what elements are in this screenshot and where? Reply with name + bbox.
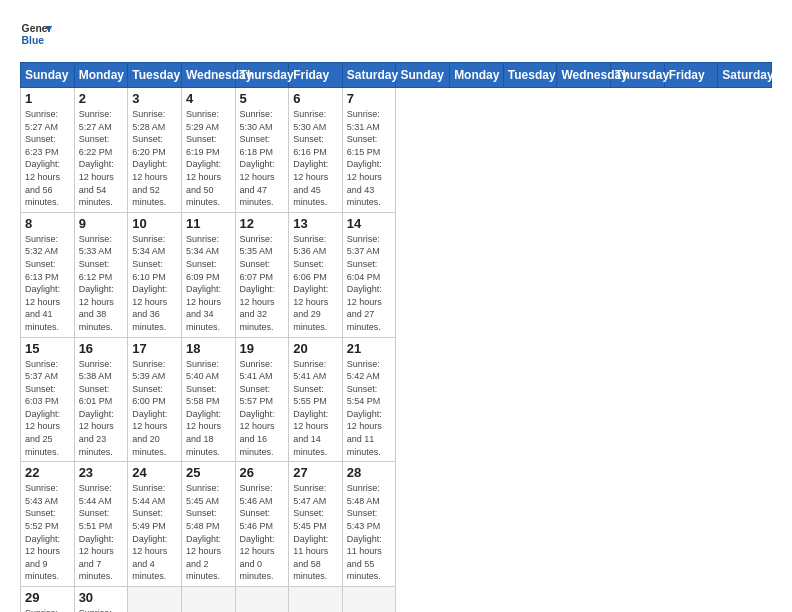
day-cell: 24Sunrise: 5:44 AM Sunset: 5:49 PM Dayli… bbox=[128, 462, 182, 587]
day-number: 23 bbox=[79, 465, 124, 480]
svg-text:Blue: Blue bbox=[22, 35, 45, 46]
day-cell bbox=[289, 587, 343, 613]
day-cell: 3Sunrise: 5:28 AM Sunset: 6:20 PM Daylig… bbox=[128, 88, 182, 213]
day-number: 7 bbox=[347, 91, 392, 106]
day-cell: 14Sunrise: 5:37 AM Sunset: 6:04 PM Dayli… bbox=[342, 212, 396, 337]
day-info: Sunrise: 5:48 AM Sunset: 5:42 PM Dayligh… bbox=[25, 607, 70, 612]
day-number: 16 bbox=[79, 341, 124, 356]
day-info: Sunrise: 5:29 AM Sunset: 6:19 PM Dayligh… bbox=[186, 108, 231, 209]
day-number: 21 bbox=[347, 341, 392, 356]
logo: General Blue bbox=[20, 18, 52, 50]
day-number: 27 bbox=[293, 465, 338, 480]
header-friday: Friday bbox=[289, 63, 343, 88]
day-number: 1 bbox=[25, 91, 70, 106]
day-cell bbox=[235, 587, 289, 613]
day-number: 14 bbox=[347, 216, 392, 231]
day-info: Sunrise: 5:35 AM Sunset: 6:07 PM Dayligh… bbox=[240, 233, 285, 334]
day-info: Sunrise: 5:27 AM Sunset: 6:22 PM Dayligh… bbox=[79, 108, 124, 209]
week-row-4: 29Sunrise: 5:48 AM Sunset: 5:42 PM Dayli… bbox=[21, 587, 772, 613]
day-info: Sunrise: 5:37 AM Sunset: 6:03 PM Dayligh… bbox=[25, 358, 70, 459]
day-number: 2 bbox=[79, 91, 124, 106]
day-info: Sunrise: 5:37 AM Sunset: 6:04 PM Dayligh… bbox=[347, 233, 392, 334]
day-number: 4 bbox=[186, 91, 231, 106]
day-cell: 13Sunrise: 5:36 AM Sunset: 6:06 PM Dayli… bbox=[289, 212, 343, 337]
page-container: General Blue SundayMondayTuesdayWednesda… bbox=[0, 0, 792, 612]
day-number: 11 bbox=[186, 216, 231, 231]
day-number: 5 bbox=[240, 91, 285, 106]
day-cell: 28Sunrise: 5:48 AM Sunset: 5:43 PM Dayli… bbox=[342, 462, 396, 587]
day-cell: 17Sunrise: 5:39 AM Sunset: 6:00 PM Dayli… bbox=[128, 337, 182, 462]
week-row-2: 15Sunrise: 5:37 AM Sunset: 6:03 PM Dayli… bbox=[21, 337, 772, 462]
day-info: Sunrise: 5:43 AM Sunset: 5:52 PM Dayligh… bbox=[25, 482, 70, 583]
day-info: Sunrise: 5:47 AM Sunset: 5:45 PM Dayligh… bbox=[293, 482, 338, 583]
header-thursday: Thursday bbox=[235, 63, 289, 88]
day-info: Sunrise: 5:30 AM Sunset: 6:16 PM Dayligh… bbox=[293, 108, 338, 209]
day-cell: 16Sunrise: 5:38 AM Sunset: 6:01 PM Dayli… bbox=[74, 337, 128, 462]
day-number: 28 bbox=[347, 465, 392, 480]
col-header-wednesday: Wednesday bbox=[557, 63, 611, 88]
day-number: 29 bbox=[25, 590, 70, 605]
day-cell: 5Sunrise: 5:30 AM Sunset: 6:18 PM Daylig… bbox=[235, 88, 289, 213]
day-cell: 20Sunrise: 5:41 AM Sunset: 5:55 PM Dayli… bbox=[289, 337, 343, 462]
day-cell: 11Sunrise: 5:34 AM Sunset: 6:09 PM Dayli… bbox=[181, 212, 235, 337]
day-number: 26 bbox=[240, 465, 285, 480]
day-cell bbox=[128, 587, 182, 613]
day-info: Sunrise: 5:38 AM Sunset: 6:01 PM Dayligh… bbox=[79, 358, 124, 459]
col-header-thursday: Thursday bbox=[611, 63, 665, 88]
day-number: 10 bbox=[132, 216, 177, 231]
day-number: 20 bbox=[293, 341, 338, 356]
header-sunday: Sunday bbox=[21, 63, 75, 88]
day-info: Sunrise: 5:33 AM Sunset: 6:12 PM Dayligh… bbox=[79, 233, 124, 334]
col-header-monday: Monday bbox=[450, 63, 504, 88]
day-cell: 21Sunrise: 5:42 AM Sunset: 5:54 PM Dayli… bbox=[342, 337, 396, 462]
day-info: Sunrise: 5:36 AM Sunset: 6:06 PM Dayligh… bbox=[293, 233, 338, 334]
col-header-saturday: Saturday bbox=[718, 63, 772, 88]
day-cell: 30Sunrise: 5:49 AM Sunset: 5:41 PM Dayli… bbox=[74, 587, 128, 613]
header: General Blue bbox=[20, 18, 772, 50]
day-cell: 8Sunrise: 5:32 AM Sunset: 6:13 PM Daylig… bbox=[21, 212, 75, 337]
day-number: 8 bbox=[25, 216, 70, 231]
day-cell bbox=[181, 587, 235, 613]
col-header-friday: Friday bbox=[664, 63, 718, 88]
header-monday: Monday bbox=[74, 63, 128, 88]
day-cell: 25Sunrise: 5:45 AM Sunset: 5:48 PM Dayli… bbox=[181, 462, 235, 587]
week-row-0: 1Sunrise: 5:27 AM Sunset: 6:23 PM Daylig… bbox=[21, 88, 772, 213]
day-number: 12 bbox=[240, 216, 285, 231]
day-number: 30 bbox=[79, 590, 124, 605]
day-cell: 2Sunrise: 5:27 AM Sunset: 6:22 PM Daylig… bbox=[74, 88, 128, 213]
day-info: Sunrise: 5:32 AM Sunset: 6:13 PM Dayligh… bbox=[25, 233, 70, 334]
day-number: 24 bbox=[132, 465, 177, 480]
day-number: 3 bbox=[132, 91, 177, 106]
logo-icon: General Blue bbox=[20, 18, 52, 50]
header-wednesday: Wednesday bbox=[181, 63, 235, 88]
day-info: Sunrise: 5:40 AM Sunset: 5:58 PM Dayligh… bbox=[186, 358, 231, 459]
col-header-sunday: Sunday bbox=[396, 63, 450, 88]
header-tuesday: Tuesday bbox=[128, 63, 182, 88]
day-cell: 19Sunrise: 5:41 AM Sunset: 5:57 PM Dayli… bbox=[235, 337, 289, 462]
day-number: 18 bbox=[186, 341, 231, 356]
day-cell: 26Sunrise: 5:46 AM Sunset: 5:46 PM Dayli… bbox=[235, 462, 289, 587]
day-number: 6 bbox=[293, 91, 338, 106]
day-info: Sunrise: 5:41 AM Sunset: 5:55 PM Dayligh… bbox=[293, 358, 338, 459]
week-row-3: 22Sunrise: 5:43 AM Sunset: 5:52 PM Dayli… bbox=[21, 462, 772, 587]
day-info: Sunrise: 5:39 AM Sunset: 6:00 PM Dayligh… bbox=[132, 358, 177, 459]
day-cell: 7Sunrise: 5:31 AM Sunset: 6:15 PM Daylig… bbox=[342, 88, 396, 213]
day-cell: 10Sunrise: 5:34 AM Sunset: 6:10 PM Dayli… bbox=[128, 212, 182, 337]
day-info: Sunrise: 5:41 AM Sunset: 5:57 PM Dayligh… bbox=[240, 358, 285, 459]
day-info: Sunrise: 5:49 AM Sunset: 5:41 PM Dayligh… bbox=[79, 607, 124, 612]
day-number: 19 bbox=[240, 341, 285, 356]
day-info: Sunrise: 5:44 AM Sunset: 5:49 PM Dayligh… bbox=[132, 482, 177, 583]
day-info: Sunrise: 5:44 AM Sunset: 5:51 PM Dayligh… bbox=[79, 482, 124, 583]
day-cell: 1Sunrise: 5:27 AM Sunset: 6:23 PM Daylig… bbox=[21, 88, 75, 213]
day-cell bbox=[342, 587, 396, 613]
day-info: Sunrise: 5:48 AM Sunset: 5:43 PM Dayligh… bbox=[347, 482, 392, 583]
day-number: 22 bbox=[25, 465, 70, 480]
day-info: Sunrise: 5:34 AM Sunset: 6:10 PM Dayligh… bbox=[132, 233, 177, 334]
calendar-header-row: SundayMondayTuesdayWednesdayThursdayFrid… bbox=[21, 63, 772, 88]
day-info: Sunrise: 5:27 AM Sunset: 6:23 PM Dayligh… bbox=[25, 108, 70, 209]
day-number: 15 bbox=[25, 341, 70, 356]
day-number: 25 bbox=[186, 465, 231, 480]
day-cell: 18Sunrise: 5:40 AM Sunset: 5:58 PM Dayli… bbox=[181, 337, 235, 462]
calendar-table: SundayMondayTuesdayWednesdayThursdayFrid… bbox=[20, 62, 772, 612]
day-info: Sunrise: 5:31 AM Sunset: 6:15 PM Dayligh… bbox=[347, 108, 392, 209]
